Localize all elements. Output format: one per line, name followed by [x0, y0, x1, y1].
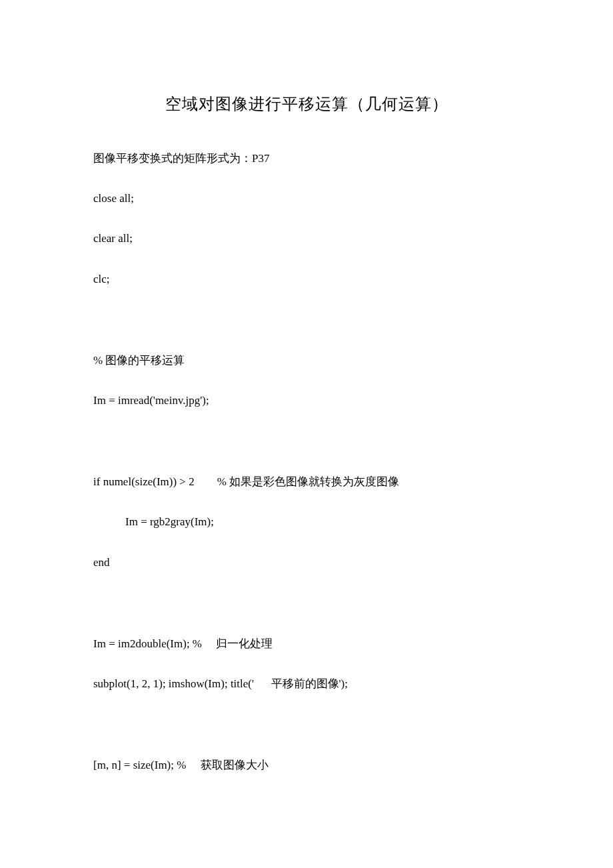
blank-line — [93, 310, 520, 351]
blank-line — [93, 593, 520, 635]
code-line: [m, n] = size(Im); % 获取图像大小 — [93, 756, 520, 774]
code-line: Im = rgb2gray(Im); — [93, 513, 520, 531]
code-line: Im = im2double(Im); % 归一化处理 — [93, 635, 520, 653]
text-line: 图像平移变换式的矩阵形式为：P37 — [93, 149, 520, 167]
code-line: if numel(size(Im)) > 2 % 如果是彩色图像就转换为灰度图像 — [93, 473, 520, 491]
code-line: close all; — [93, 189, 520, 207]
blank-line — [93, 715, 520, 756]
document-title: 空域对图像进行平移运算（几何运算） — [93, 93, 520, 115]
code-line: clc; — [93, 270, 520, 288]
comment-line: % 图像的平移运算 — [93, 351, 520, 369]
code-line: subplot(1, 2, 1); imshow(Im); title(' 平移… — [93, 675, 520, 693]
blank-line — [93, 431, 520, 473]
code-line: Im = imread('meinv.jpg'); — [93, 391, 520, 409]
code-line: end — [93, 553, 520, 571]
code-line: clear all; — [93, 229, 520, 247]
